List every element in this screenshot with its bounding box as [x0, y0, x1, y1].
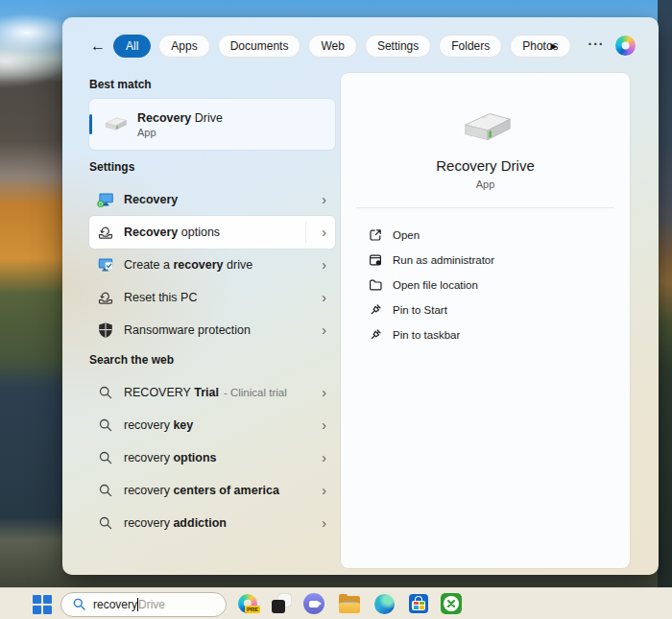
chevron-right-icon[interactable]: ›	[322, 484, 326, 497]
web-item-label: recovery options	[124, 451, 335, 464]
xbox-icon	[441, 593, 462, 614]
start-button[interactable]	[33, 595, 51, 613]
web-item-label: recovery addiction	[124, 516, 335, 530]
chevron-right-icon[interactable]: ›	[322, 258, 326, 272]
copilot-icon[interactable]	[615, 36, 636, 56]
best-match-title-bold: Recovery	[137, 111, 191, 125]
action-pin-to-taskbar[interactable]: Pin to taskbar	[356, 322, 614, 347]
file-explorer-button[interactable]	[339, 596, 360, 613]
tab-apps[interactable]: Apps	[158, 35, 209, 58]
label-prefix: Create a	[124, 258, 173, 272]
selection-accent-bar	[89, 114, 92, 134]
folder-icon	[368, 277, 383, 293]
label-prefix: recovery	[124, 451, 173, 464]
label-bold: Trial	[194, 386, 219, 399]
monitor-refresh-icon	[96, 190, 115, 209]
copilot-taskbar-button[interactable]: PRE	[238, 594, 257, 613]
run-as-admin-icon	[368, 252, 383, 268]
taskbar: recoveryDrive PRE	[0, 587, 672, 619]
tray-reset-icon	[96, 223, 115, 242]
search-icon	[72, 597, 86, 611]
xbox-button[interactable]	[441, 593, 462, 614]
web-item-recovery-options[interactable]: recovery options ›	[89, 441, 335, 474]
label-bold: addiction	[173, 516, 227, 530]
label-prefix: recovery	[124, 418, 173, 432]
settings-item-label: Reset this PC	[124, 291, 335, 304]
preview-panel: Recovery Drive App Open	[341, 73, 630, 568]
chevron-right-icon[interactable]: ›	[322, 516, 326, 530]
tab-folders[interactable]: Folders	[439, 35, 502, 58]
task-view-button[interactable]	[272, 594, 291, 613]
action-open[interactable]: Open	[356, 223, 614, 248]
label-prefix: recovery	[124, 516, 173, 530]
action-run-as-administrator[interactable]: Run as administrator	[356, 248, 614, 273]
web-item-recovery-trial[interactable]: RECOVERY Trial- Clinical trial ›	[89, 376, 335, 409]
action-label: Open file location	[393, 279, 478, 291]
tab-all[interactable]: All	[113, 35, 151, 58]
search-flyout: ← All Apps Documents Web Settings Folder…	[62, 17, 659, 575]
action-label: Open	[393, 229, 420, 241]
edge-button[interactable]	[374, 594, 395, 614]
label-bold: key	[173, 418, 193, 432]
pin-icon	[368, 302, 383, 318]
edge-icon	[374, 594, 395, 614]
web-item-label: recovery centers of america	[124, 484, 335, 497]
settings-item-reset-this-pc[interactable]: Reset this PC ›	[89, 281, 335, 314]
more-filters-button[interactable]: ▶	[545, 37, 563, 55]
web-item-recovery-key[interactable]: recovery key ›	[89, 409, 335, 441]
label-bold: options	[173, 451, 216, 464]
search-typed-text: recovery	[93, 598, 137, 611]
best-match-subtitle: App	[137, 127, 223, 138]
tab-settings[interactable]: Settings	[365, 35, 431, 58]
options-ellipsis-button[interactable]: ···	[587, 34, 606, 55]
tray-reset-icon	[96, 288, 115, 307]
settings-item-recovery-options[interactable]: Recovery options ›	[89, 216, 335, 249]
shield-icon	[96, 321, 115, 340]
action-label: Pin to Start	[393, 304, 447, 316]
settings-item-create-recovery-drive[interactable]: Create a recovery drive ›	[89, 249, 335, 281]
chevron-right-icon[interactable]: ›	[322, 451, 326, 464]
chevron-right-icon[interactable]: ›	[322, 418, 326, 432]
action-open-file-location[interactable]: Open file location	[356, 273, 614, 298]
recovery-drive-icon	[100, 114, 131, 135]
chevron-right-icon[interactable]: ›	[322, 323, 326, 337]
label-prefix: RECOVERY	[124, 386, 194, 399]
web-item-recovery-addiction[interactable]: recovery addiction ›	[89, 507, 335, 539]
settings-item-label: Ransomware protection	[124, 323, 335, 337]
chat-button[interactable]	[303, 593, 324, 614]
settings-results-list: Recovery › Recovery options ›	[89, 183, 335, 346]
microsoft-store-button[interactable]	[409, 594, 428, 613]
label-note: - Clinical trial	[224, 387, 287, 398]
tab-documents[interactable]: Documents	[218, 35, 301, 58]
chevron-right-icon[interactable]: ›	[322, 291, 326, 304]
tab-web[interactable]: Web	[308, 35, 356, 58]
open-external-icon	[368, 227, 383, 243]
label-bold: recovery	[173, 258, 223, 272]
settings-item-ransomware-protection[interactable]: Ransomware protection ›	[89, 314, 335, 346]
search-icon	[96, 383, 115, 402]
settings-item-label: Recovery options	[124, 226, 335, 239]
action-pin-to-start[interactable]: Pin to Start	[356, 298, 614, 322]
web-results-list: RECOVERY Trial- Clinical trial › recover…	[89, 376, 335, 539]
pre-badge: PRE	[245, 606, 260, 613]
search-icon	[96, 513, 115, 533]
settings-item-recovery[interactable]: Recovery ›	[89, 183, 335, 216]
chat-icon	[303, 593, 324, 614]
chevron-right-icon[interactable]: ›	[322, 226, 326, 239]
best-match-card[interactable]: Recovery Drive App	[89, 99, 335, 150]
recovery-drive-large-icon	[452, 107, 519, 150]
label-prefix: Reset this PC	[124, 291, 197, 304]
microsoft-store-icon	[409, 594, 428, 613]
web-item-recovery-centers[interactable]: recovery centers of america ›	[89, 474, 335, 507]
action-list: Open Run as administrator	[356, 223, 614, 347]
task-view-icon	[272, 594, 291, 613]
taskbar-search-input[interactable]: recoveryDrive	[60, 592, 227, 617]
search-icon	[96, 416, 115, 435]
label-suffix: options	[178, 226, 220, 239]
file-explorer-icon	[339, 596, 360, 613]
back-button[interactable]: ←	[87, 36, 108, 57]
chevron-right-icon[interactable]: ›	[322, 386, 326, 399]
monitor-check-icon	[96, 255, 115, 274]
chevron-right-icon[interactable]: ›	[322, 193, 326, 206]
divider	[356, 207, 614, 208]
